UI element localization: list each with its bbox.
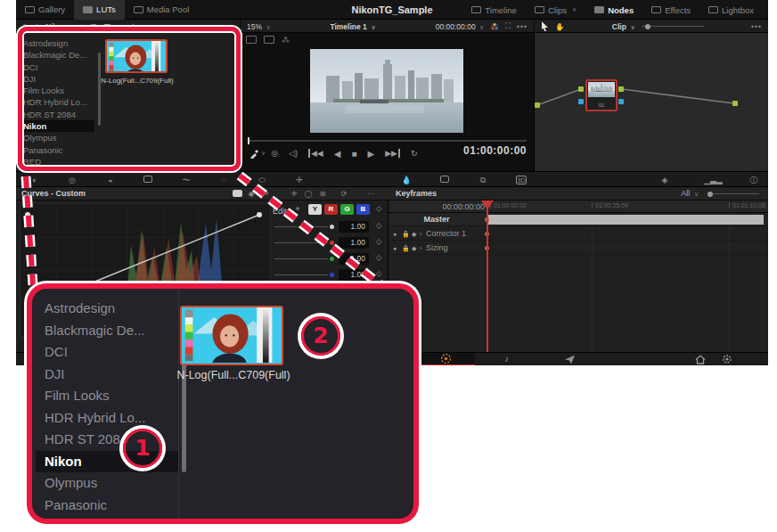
- lut-item[interactable]: RED: [36, 516, 178, 524]
- keyframe-icon[interactable]: ⬦: [376, 237, 385, 246]
- curve-grid-icon[interactable]: ⊞: [317, 190, 328, 199]
- lut-item[interactable]: Blackmagic De...: [20, 49, 94, 61]
- rgb-mixer-icon[interactable]: ◒: [105, 175, 116, 185]
- keyframe-icon[interactable]: ⬦: [376, 204, 385, 213]
- gradient-icon[interactable]: ◈: [659, 175, 670, 185]
- play-icon[interactable]: ▶: [368, 149, 375, 159]
- keyframes-ruler[interactable]: 00:00:00:00 01:00:00:00 01:00:25:04 01:0…: [388, 201, 768, 213]
- source-output-dot[interactable]: [535, 102, 540, 108]
- lut-item[interactable]: Olympus: [20, 132, 94, 143]
- compare-icon[interactable]: ◎: [271, 149, 278, 158]
- slider-knob[interactable]: [707, 192, 713, 197]
- bookmark-icon[interactable]: ▯: [22, 22, 27, 31]
- enable-dot-icon[interactable]: ●: [393, 245, 397, 251]
- y-dot[interactable]: [330, 225, 334, 229]
- more-icon[interactable]: •••: [751, 22, 762, 31]
- keyframe-icon[interactable]: ⬦: [376, 269, 385, 278]
- lut-thumbnail[interactable]: [105, 39, 168, 73]
- tab-timeline[interactable]: Timeline: [462, 0, 526, 20]
- lock-icon[interactable]: 🔒: [402, 245, 410, 252]
- scrollbar[interactable]: [98, 53, 101, 126]
- playhead[interactable]: [487, 201, 488, 352]
- lut-item[interactable]: DCI: [20, 61, 94, 73]
- node-view-dropdown[interactable]: Clip ∨: [612, 22, 635, 31]
- color-page-button[interactable]: [418, 353, 475, 365]
- keyframes-zoom-slider[interactable]: [707, 193, 759, 194]
- lut-item[interactable]: HDR ST 2084: [20, 109, 94, 120]
- lut-item[interactable]: HDR Hybrid Lo...: [20, 96, 94, 108]
- lut-item[interactable]: Astrodesign: [36, 298, 178, 319]
- lut-item[interactable]: RED: [20, 156, 94, 168]
- curve-bezier-icon[interactable]: ✛: [289, 190, 299, 199]
- track-corrector-1[interactable]: ● 🔒 ◆ › Corrector 1: [388, 227, 768, 241]
- lut-item[interactable]: DJI: [36, 364, 178, 385]
- key-icon[interactable]: [439, 175, 450, 185]
- slider-knob[interactable]: [645, 24, 650, 29]
- lut-item-selected[interactable]: Nikon: [20, 120, 94, 132]
- tab-clips[interactable]: Clips ∨: [526, 0, 585, 20]
- more-icon[interactable]: ⋯: [365, 190, 376, 199]
- info-icon[interactable]: ⓘ: [748, 175, 759, 185]
- lock-icon[interactable]: 🔒: [402, 231, 410, 238]
- node-key-input-dot[interactable]: [578, 99, 584, 104]
- keyframe-icon[interactable]: ⬦: [376, 221, 385, 230]
- lut-item[interactable]: Panasonic: [36, 495, 178, 516]
- lut-item[interactable]: Film Looks: [20, 85, 94, 96]
- r-dot[interactable]: [330, 241, 334, 245]
- curves-icon[interactable]: 〜: [181, 175, 192, 185]
- viewer-zoom-dropdown[interactable]: 15% ∨: [247, 22, 271, 31]
- curve-preset-icon[interactable]: [232, 190, 242, 199]
- more-icon[interactable]: •••: [517, 22, 528, 31]
- go-to-start-icon[interactable]: ◀◀: [308, 149, 323, 158]
- b-dot[interactable]: [330, 273, 334, 277]
- lut-item[interactable]: Astrodesign: [20, 37, 94, 49]
- loop-icon[interactable]: ↻: [411, 149, 418, 158]
- node-output-dot[interactable]: [618, 86, 624, 92]
- lut-item[interactable]: Olympus: [36, 472, 178, 494]
- lut-category-dropdown[interactable]: Nikon ∨: [45, 22, 73, 31]
- node-input-dot[interactable]: [578, 86, 584, 92]
- viewer-timecode-dropdown[interactable]: 00:00:00:00 ∨: [436, 22, 484, 31]
- eyedropper-icon[interactable]: [249, 149, 259, 159]
- curve-mode-icon[interactable]: ◉: [246, 190, 257, 199]
- channel-r-button[interactable]: R: [324, 204, 338, 215]
- qualifier-icon[interactable]: ◌: [218, 175, 229, 185]
- fairlight-page-icon[interactable]: ♪: [501, 354, 512, 364]
- stop-icon[interactable]: ■: [351, 149, 356, 159]
- lut-item[interactable]: HDR Hybrid Lo...: [36, 407, 178, 429]
- blur-icon[interactable]: 💧: [401, 175, 412, 185]
- curve-circle-icon[interactable]: ◯: [303, 190, 314, 199]
- track-master[interactable]: Master: [388, 213, 768, 226]
- cursor-icon[interactable]: [541, 21, 549, 31]
- power-window-icon[interactable]: ⬭: [257, 175, 267, 185]
- step-back-icon[interactable]: ◀: [334, 149, 341, 159]
- scrubber-playhead[interactable]: [248, 137, 249, 144]
- tab-media-pool[interactable]: Media Pool: [125, 0, 199, 20]
- back-icon[interactable]: ∠: [33, 22, 40, 31]
- more-icon[interactable]: •••: [141, 22, 151, 31]
- lut-item[interactable]: DJI: [20, 73, 94, 85]
- lut-item[interactable]: DCI: [36, 341, 178, 363]
- expand-icon[interactable]: ⛶: [505, 21, 511, 31]
- enable-dot-icon[interactable]: ●: [393, 231, 397, 237]
- tab-nodes[interactable]: Nodes: [585, 0, 642, 20]
- video-frame[interactable]: [310, 49, 463, 133]
- search-icon[interactable]: ○˟: [127, 22, 135, 31]
- go-to-end-icon[interactable]: ▶▶: [385, 149, 400, 158]
- timeline-input-dot[interactable]: [732, 101, 738, 106]
- enhance-icon[interactable]: ⁂: [282, 36, 290, 45]
- tracker-icon[interactable]: ✛: [294, 175, 305, 185]
- reset-icon[interactable]: ⟳: [339, 190, 349, 199]
- tab-lightbox[interactable]: Lightbox: [699, 0, 763, 20]
- y-value[interactable]: 1.00: [339, 221, 369, 233]
- split-screen-icon[interactable]: [264, 36, 274, 44]
- lut-item[interactable]: Panasonic: [20, 144, 94, 156]
- wipe-icon[interactable]: [246, 36, 257, 44]
- lut-item[interactable]: Film Looks: [36, 385, 178, 406]
- chevron-right-icon[interactable]: ›: [420, 245, 421, 251]
- timeline-dropdown[interactable]: Timeline 1 ∨: [330, 22, 375, 31]
- tab-luts[interactable]: LUTs: [74, 0, 125, 20]
- keyframe-mode-icon[interactable]: ◆: [412, 245, 416, 252]
- b-value[interactable]: 1.00: [339, 269, 369, 281]
- curve-link-icon[interactable]: ⚯: [260, 190, 271, 199]
